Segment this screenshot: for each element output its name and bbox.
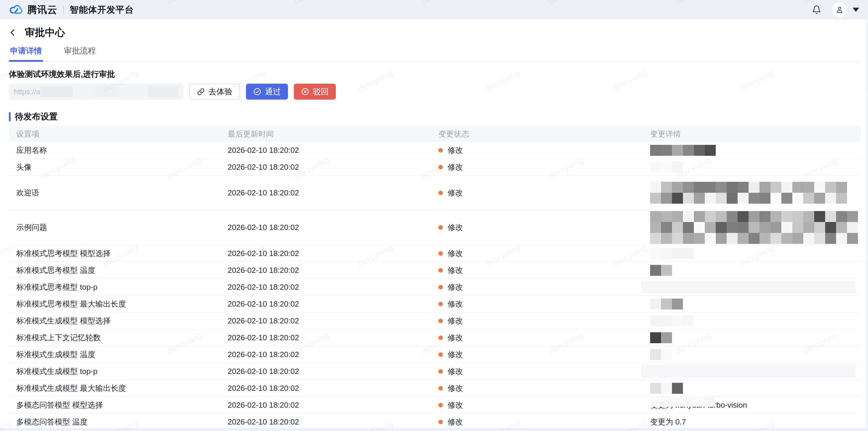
- updated-time: 2026-02-10 18:20:02: [228, 146, 438, 155]
- change-status: 修改: [438, 145, 650, 155]
- status-label: 修改: [447, 316, 463, 326]
- back-arrow-icon[interactable]: [9, 28, 17, 37]
- table-row: 应用名称 2026-02-10 18:20:02 修改: [9, 142, 861, 159]
- status-label: 修改: [447, 282, 463, 293]
- section-accent-bar: [9, 112, 11, 121]
- change-detail: [650, 363, 861, 379]
- table-row: 多模态问答模型 模型选择 2026-02-10 18:20:02 修改 变更为 …: [9, 397, 861, 413]
- status-label: 修改: [447, 417, 463, 427]
- reject-button[interactable]: 驳回: [294, 84, 336, 100]
- setting-name: 应用名称: [16, 145, 228, 155]
- status-label: 修改: [447, 366, 463, 377]
- status-dot-icon: [438, 336, 443, 340]
- change-detail: [650, 159, 861, 175]
- table-row: 标准模式思考模型 top-p 2026-02-10 18:20:02 修改: [9, 279, 861, 296]
- status-dot-icon: [438, 352, 443, 357]
- setting-name: 标准模式思考模型 最大输出长度: [16, 299, 228, 309]
- bottom-scrollbar-track[interactable]: [0, 428, 868, 431]
- change-detail: [650, 346, 861, 363]
- status-label: 修改: [447, 333, 463, 343]
- redacted-band: [641, 280, 856, 294]
- table-row: 标准模式生成模型 模型选择 2026-02-10 18:20:02 修改: [9, 312, 861, 329]
- table-row: 标准模式思考模型 模型选择 2026-02-10 18:20:02 修改: [9, 245, 861, 262]
- user-avatar-icon[interactable]: [833, 3, 847, 17]
- url-text: https://a: [14, 88, 40, 96]
- page-title: 审批中心: [25, 26, 65, 39]
- experience-url-input[interactable]: https://a: [9, 84, 183, 100]
- table-row: 标准模式上下文记忆轮数 2026-02-10 18:20:02 修改: [9, 329, 861, 346]
- change-status: 修改: [438, 316, 650, 326]
- table-row: 欢迎语 2026-02-10 18:20:02 修改: [9, 176, 861, 210]
- redacted-mosaic: [650, 265, 672, 276]
- change-detail: [650, 296, 861, 312]
- approval-hint: 体验测试环境效果后,进行审批: [9, 69, 861, 80]
- setting-name: 欢迎语: [16, 188, 228, 198]
- status-label: 修改: [447, 145, 463, 155]
- column-header-detail: 变更详情: [650, 129, 861, 139]
- status-dot-icon: [438, 165, 443, 170]
- table-row: 标准模式生成模型 top-p 2026-02-10 18:20:02 修改: [9, 363, 861, 380]
- nav-divider: [63, 6, 64, 14]
- check-circle-icon: [253, 88, 261, 96]
- redacted-mosaic: [650, 299, 683, 309]
- status-label: 修改: [447, 400, 463, 410]
- redacted-mosaic: [650, 248, 694, 259]
- updated-time: 2026-02-10 18:20:02: [228, 350, 438, 359]
- change-detail: [650, 262, 861, 278]
- updated-time: 2026-02-10 18:20:02: [228, 384, 438, 393]
- setting-name: 标准模式生成模型 模型选择: [16, 316, 228, 326]
- redacted-mosaic: [650, 349, 672, 360]
- tab-application-details[interactable]: 申请详情: [9, 42, 43, 61]
- section-title: 待发布设置: [15, 111, 58, 123]
- change-detail: [650, 210, 861, 245]
- status-label: 修改: [447, 248, 463, 259]
- status-label: 修改: [447, 299, 463, 309]
- status-dot-icon: [438, 403, 443, 407]
- change-status: 修改: [438, 383, 650, 394]
- updated-time: 2026-02-10 18:20:02: [228, 367, 438, 376]
- updated-time: 2026-02-10 18:20:02: [228, 249, 438, 258]
- updated-time: 2026-02-10 18:20:02: [228, 401, 438, 410]
- status-label: 修改: [447, 265, 463, 276]
- change-status: 修改: [438, 299, 650, 309]
- approve-button[interactable]: 通过: [246, 84, 288, 100]
- change-status: 修改: [438, 417, 650, 427]
- redacted-mosaic: [650, 332, 672, 343]
- status-label: 修改: [447, 162, 463, 172]
- tab-approval-flow[interactable]: 审批流程: [63, 42, 97, 61]
- table-row: 标准模式思考模型 温度 2026-02-10 18:20:02 修改: [9, 262, 861, 279]
- redacted-mosaic: [650, 211, 858, 244]
- change-status: 修改: [438, 248, 650, 259]
- x-circle-icon: [301, 88, 309, 96]
- pending-settings-table: 设置项 最后更新时间 变更状态 变更详情 应用名称 2026-02-10 18:…: [9, 126, 861, 431]
- change-detail: 变更为 hunyuan-turbo-vision: [650, 397, 861, 413]
- column-header-status: 变更状态: [438, 129, 650, 139]
- change-detail: 变更为 0.7: [650, 413, 861, 430]
- change-status: 修改: [438, 333, 650, 343]
- change-detail: [650, 279, 861, 295]
- link-icon: [197, 88, 205, 96]
- go-experience-button[interactable]: 去体验: [189, 84, 240, 100]
- redacted-block: [40, 86, 73, 97]
- status-label: 修改: [447, 188, 463, 198]
- redacted-mosaic: [650, 396, 715, 407]
- change-status: 修改: [438, 222, 650, 233]
- caret-down-icon[interactable]: [852, 8, 859, 12]
- change-detail: [650, 312, 861, 329]
- change-status: 修改: [438, 349, 650, 360]
- status-dot-icon: [438, 319, 443, 323]
- status-dot-icon: [438, 148, 443, 153]
- updated-time: 2026-02-10 18:20:02: [228, 283, 438, 292]
- bell-icon[interactable]: [812, 5, 821, 15]
- status-dot-icon: [438, 285, 443, 289]
- setting-name: 头像: [16, 162, 228, 172]
- table-row: 标准模式生成模型 温度 2026-02-10 18:20:02 修改: [9, 346, 861, 363]
- setting-name: 标准模式思考模型 模型选择: [16, 248, 228, 259]
- change-detail: [650, 380, 861, 396]
- redacted-mosaic: [650, 383, 683, 394]
- approve-label: 通过: [265, 86, 281, 97]
- reject-label: 驳回: [313, 86, 329, 97]
- change-detail-text: 变更为 0.7: [650, 417, 686, 427]
- setting-name: 多模态问答模型 温度: [16, 417, 228, 427]
- redacted-band: [641, 365, 856, 378]
